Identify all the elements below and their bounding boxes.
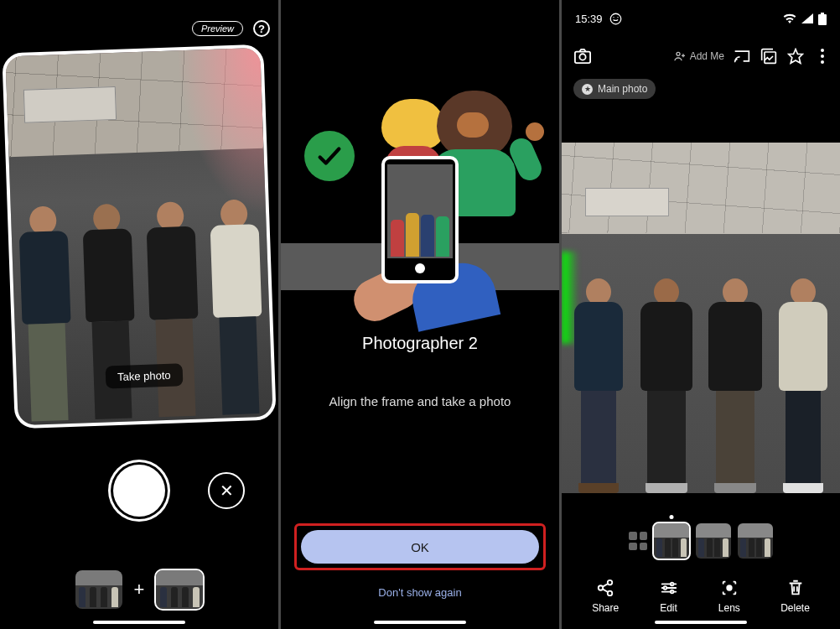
photo-thumb-2[interactable] <box>696 523 731 559</box>
addme-thumb-2-selected[interactable] <box>156 570 203 609</box>
dialog-title: Photographer 2 <box>281 334 559 353</box>
more-icon[interactable] <box>813 47 832 65</box>
lens-button[interactable]: Lens <box>718 579 740 614</box>
share-label: Share <box>592 602 619 614</box>
wifi-icon <box>783 13 796 23</box>
status-bar: 15:39 <box>575 10 827 27</box>
dont-show-again-link[interactable]: Don't show again <box>281 586 559 599</box>
grid-view-icon[interactable] <box>629 532 647 550</box>
help-icon[interactable]: ? <box>253 20 270 37</box>
share-button[interactable]: Share <box>592 579 619 614</box>
svg-point-0 <box>610 13 621 24</box>
ok-button-highlight: OK <box>294 523 546 570</box>
svg-point-17 <box>727 585 732 590</box>
svg-point-8 <box>821 49 824 52</box>
star-filled-icon: ★ <box>582 84 593 95</box>
svg-point-12 <box>599 585 604 590</box>
dialog-subtitle: Align the frame and take a photo <box>298 394 542 408</box>
svg-point-11 <box>608 580 613 585</box>
photo-action-bar: Share Edit Lens Delete <box>572 579 830 614</box>
photo-content[interactable] <box>562 143 840 493</box>
instruction-illustration <box>281 67 559 310</box>
clock-label: 15:39 <box>575 13 603 25</box>
plus-icon: + <box>134 579 145 600</box>
addme-label: Add Me <box>690 50 724 62</box>
svg-point-5 <box>677 52 680 55</box>
svg-rect-6 <box>765 52 775 63</box>
signal-icon <box>801 13 813 23</box>
svg-marker-7 <box>789 49 803 64</box>
main-photo-label: Main photo <box>598 83 647 95</box>
svg-point-10 <box>821 60 824 64</box>
ok-button[interactable]: OK <box>301 530 539 564</box>
edit-button[interactable]: Edit <box>660 579 678 614</box>
svg-point-9 <box>821 55 824 58</box>
illustration-phone-frame <box>381 156 459 283</box>
photo-thumb-1-selected[interactable] <box>654 523 689 559</box>
check-icon <box>304 131 355 181</box>
svg-point-4 <box>579 54 585 60</box>
take-photo-hint: Take photo <box>106 363 183 388</box>
viewfinder-frame: Take photo <box>2 44 276 429</box>
cast-icon[interactable] <box>733 47 751 65</box>
svg-point-13 <box>608 591 613 596</box>
photo-viewer-topbar: Add Me <box>573 47 832 65</box>
preview-button[interactable]: Preview <box>192 21 243 36</box>
camera-addme-screen: Preview ? Take photo ✕ + <box>0 0 278 629</box>
close-icon[interactable]: ✕ <box>208 472 245 509</box>
photos-viewer-688

-screen: 15:39 Add Me <box>562 0 840 629</box>
addme-thumb-row: + <box>0 570 278 609</box>
nav-home-indicator[interactable] <box>374 621 466 624</box>
photographer2-info-screen: Photographer 2 Align the frame and take … <box>281 0 559 629</box>
photo-thumb-3[interactable] <box>738 523 773 559</box>
photo-thumbstrip <box>562 523 840 559</box>
svg-rect-1 <box>821 13 824 14</box>
addme-thumb-1[interactable] <box>75 570 122 609</box>
nav-home-indicator[interactable] <box>93 621 185 624</box>
shutter-button[interactable] <box>113 465 165 517</box>
delete-button[interactable]: Delete <box>780 579 810 614</box>
edit-label: Edit <box>660 602 677 614</box>
lens-label: Lens <box>718 602 740 614</box>
svg-rect-2 <box>818 14 827 25</box>
star-icon[interactable] <box>786 47 805 65</box>
gallery-icon[interactable] <box>760 47 778 65</box>
delete-label: Delete <box>780 602 810 614</box>
addme-button[interactable]: Add Me <box>673 49 724 63</box>
camera-icon[interactable] <box>573 47 592 65</box>
whatsapp-icon <box>609 13 622 25</box>
battery-icon <box>818 13 827 25</box>
nav-home-indicator[interactable] <box>655 621 747 624</box>
main-photo-chip[interactable]: ★ Main photo <box>573 79 656 99</box>
